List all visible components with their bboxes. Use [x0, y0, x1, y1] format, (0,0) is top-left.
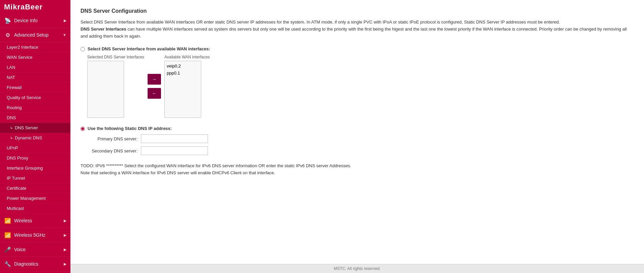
wireless-chevron-icon: ▶ — [64, 219, 66, 223]
sidebar-item-layer2-interface[interactable]: Layer2 Interface — [0, 42, 70, 52]
interface-grouping-label: Interface Grouping — [7, 166, 43, 171]
transfer-area: Selected DNS Server Interfaces → ← Avail… — [87, 55, 634, 118]
primary-dns-input[interactable] — [141, 134, 208, 143]
dns-label: DNS — [7, 115, 16, 120]
voice-icon: 🎤 — [4, 246, 11, 253]
chevron-right-icon: ▶ — [64, 18, 66, 23]
power-management-label: Power Management — [7, 196, 46, 201]
lan-label: LAN — [7, 65, 15, 70]
option2-row: Use the following Static DNS IP address: — [80, 126, 634, 131]
wireless-label: Wireless — [14, 218, 32, 223]
page-title: DNS Server Configuration — [80, 8, 634, 14]
option1-section: Select DNS Server Interface from availab… — [80, 46, 634, 118]
description-text-1: Select DNS Server Interface from availab… — [80, 19, 560, 25]
main-content: DNS Server Configuration Select DNS Serv… — [70, 0, 644, 273]
radio-static-dns[interactable] — [80, 127, 85, 131]
advanced-setup-icon: ⚙ — [4, 31, 11, 39]
sidebar-item-advanced-setup[interactable]: ⚙ Advanced Setup ▼ — [0, 28, 70, 42]
option1-label[interactable]: Select DNS Server Interface from availab… — [88, 46, 210, 51]
available-option-veip[interactable]: veip0.2 — [165, 62, 201, 70]
dns-interfaces-bold: DNS Server Interfaces — [80, 27, 126, 32]
description-block: Select DNS Server Interface from availab… — [80, 19, 634, 40]
available-column: Available WAN Interfaces veip0.2 ppp0.1 — [164, 55, 210, 118]
sidebar-item-qos[interactable]: Quality of Service — [0, 93, 70, 103]
sidebar-item-dns-proxy[interactable]: DNS Proxy — [0, 153, 70, 163]
available-interfaces-listbox[interactable]: veip0.2 ppp0.1 — [164, 61, 201, 118]
voice-chevron-icon: ▶ — [64, 247, 66, 252]
sidebar-item-voice[interactable]: 🎤 Voice ▶ — [0, 242, 70, 257]
diagnostics-label: Diagnostics — [14, 261, 38, 267]
logo-text: MikraBeer — [4, 3, 43, 11]
advanced-setup-label: Advanced Setup — [14, 32, 49, 38]
primary-dns-row: Primary DNS server: — [80, 134, 634, 143]
available-label: Available WAN Interfaces — [164, 55, 210, 59]
sidebar-item-lan[interactable]: LAN — [0, 62, 70, 73]
certificate-label: Certificate — [7, 186, 26, 191]
chevron-down-icon: ▼ — [63, 33, 66, 37]
ip-tunnel-label: IP Tunnel — [7, 176, 25, 181]
sidebar-item-upnp[interactable]: UPnP — [0, 143, 70, 153]
multicast-label: Multicast — [7, 206, 24, 211]
secondary-dns-row: Secondary DNS server: — [80, 146, 634, 155]
sidebar-item-diagnostics[interactable]: 🔧 Diagnostics ▶ — [0, 257, 70, 271]
sidebar-item-management[interactable]: 🔒 Management ▶ — [0, 271, 70, 273]
sidebar-item-wireless[interactable]: 📶 Wireless ▶ — [0, 214, 70, 228]
dns-server-bullet: ↳ — [10, 126, 13, 130]
device-info-icon: 📡 — [4, 17, 11, 24]
device-info-label: Device Info — [14, 18, 38, 23]
sidebar-item-wan-service[interactable]: WAN Service — [0, 52, 70, 62]
option2-label[interactable]: Use the following Static DNS IP address: — [88, 126, 172, 131]
sidebar-item-dynamic-dns[interactable]: ↳ Dynamic DNS — [0, 133, 70, 143]
dns-proxy-label: DNS Proxy — [7, 155, 28, 161]
transfer-buttons: → ← — [148, 74, 161, 99]
secondary-dns-input[interactable] — [141, 146, 208, 155]
diagnostics-chevron-icon: ▶ — [64, 262, 66, 266]
wireless5-icon: 📶 — [4, 231, 11, 239]
secondary-dns-label: Secondary DNS server: — [80, 148, 141, 153]
sidebar-item-power-management[interactable]: Power Management — [0, 193, 70, 203]
content-area: DNS Server Configuration Select DNS Serv… — [70, 0, 644, 264]
firewall-label: Firewall — [7, 85, 22, 90]
voice-label: Voice — [14, 247, 25, 252]
description-text-2: can have multiple WAN interfaces served … — [80, 27, 627, 39]
selected-label: Selected DNS Server Interfaces — [87, 55, 144, 59]
layer2-label: Layer2 Interface — [7, 45, 38, 50]
available-option-ppp[interactable]: ppp0.1 — [165, 70, 201, 77]
sidebar-item-certificate[interactable]: Certificate — [0, 183, 70, 193]
dns-server-label: DNS Server — [15, 125, 38, 130]
wireless5-label: Wireless 5GHz — [14, 232, 45, 238]
sidebar-item-dns-server[interactable]: ↳ DNS Server — [0, 123, 70, 133]
sidebar-item-interface-grouping[interactable]: Interface Grouping — [0, 163, 70, 173]
qos-label: Quality of Service — [7, 95, 41, 100]
sidebar-item-routing[interactable]: Routing — [0, 103, 70, 113]
sidebar-item-device-info[interactable]: 📡 Device Info ▶ — [0, 13, 70, 28]
sidebar: MikraBeer 📡 Device Info ▶ ⚙ Advanced Set… — [0, 0, 70, 273]
routing-label: Routing — [7, 105, 22, 110]
add-button[interactable]: → — [148, 74, 161, 85]
sidebar-item-nat[interactable]: NAT — [0, 73, 70, 83]
footer: MSTC. All rights reserved. — [70, 264, 644, 273]
dynamic-dns-bullet: ↳ — [10, 136, 13, 140]
remove-button[interactable]: ← — [148, 88, 161, 99]
upnp-label: UPnP — [7, 145, 18, 150]
selected-interfaces-listbox[interactable] — [87, 61, 124, 118]
wireless5-chevron-icon: ▶ — [64, 233, 66, 237]
sidebar-logo: MikraBeer — [0, 0, 70, 13]
sidebar-item-wireless-5ghz[interactable]: 📶 Wireless 5GHz ▶ — [0, 228, 70, 242]
sidebar-item-dns[interactable]: DNS — [0, 113, 70, 123]
diagnostics-icon: 🔧 — [4, 260, 11, 268]
sidebar-item-firewall[interactable]: Firewall — [0, 83, 70, 93]
note-text: Note that selecting a WAN interface for … — [80, 170, 275, 175]
option1-row: Select DNS Server Interface from availab… — [80, 46, 634, 51]
todo-text: TODO: IPV6 ********** Select the configu… — [80, 163, 351, 168]
sidebar-item-multicast[interactable]: Multicast — [0, 203, 70, 214]
nat-label: NAT — [7, 75, 15, 80]
footer-text: MSTC. All rights reserved. — [334, 266, 380, 271]
radio-wan-interfaces[interactable] — [80, 47, 85, 51]
sidebar-item-ip-tunnel[interactable]: IP Tunnel — [0, 173, 70, 183]
wireless-icon: 📶 — [4, 217, 11, 224]
option2-section: Use the following Static DNS IP address:… — [80, 126, 634, 155]
dynamic-dns-label: Dynamic DNS — [15, 135, 42, 140]
primary-dns-label: Primary DNS server: — [80, 136, 141, 141]
selected-column: Selected DNS Server Interfaces — [87, 55, 144, 118]
